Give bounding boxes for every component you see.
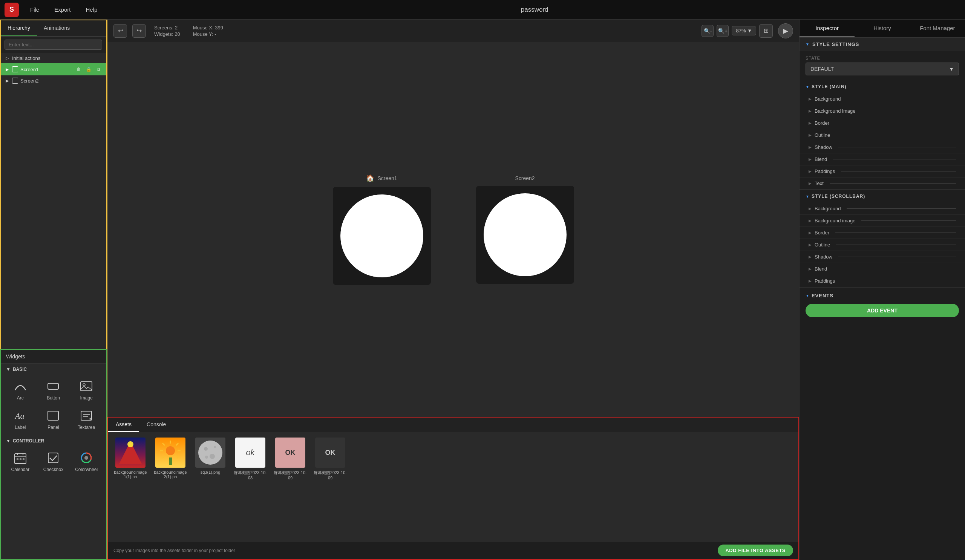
screen2-canvas-name: Screen2 [515, 175, 535, 181]
screen2-label: Screen2 [20, 78, 38, 84]
asset-bg2[interactable]: backgroundimage2(1).pn [154, 438, 187, 479]
sb-bg-image-line [861, 220, 956, 221]
style-item-sb-outline[interactable]: ▶ Outline [800, 239, 965, 251]
style-item-background-image[interactable]: ▶ Background image [800, 105, 965, 117]
style-item-sb-border[interactable]: ▶ Border [800, 227, 965, 239]
events-section: ▼ EVENTS ADD EVENT [800, 287, 965, 323]
style-scrollbar-arrow: ▼ [806, 194, 809, 199]
sb-paddings-line [841, 281, 956, 281]
screen1-lock-btn[interactable]: 🔒 [85, 65, 92, 73]
svg-point-18 [128, 441, 133, 447]
tab-console[interactable]: Console [139, 418, 173, 432]
screen1-actions: 🗑 🔒 ⧉ [75, 65, 102, 73]
tab-font-manager[interactable]: Font Manager [910, 20, 965, 37]
screen1-copy-btn[interactable]: ⧉ [95, 65, 102, 73]
zoom-display[interactable]: 87% ▼ [732, 26, 756, 36]
image-icon [79, 379, 94, 394]
tree-item-screen1[interactable]: ▶ Screen1 🗑 🔒 ⧉ [1, 63, 106, 75]
style-settings-arrow: ▼ [806, 42, 809, 46]
zoom-in-button[interactable]: 🔍+ [716, 25, 729, 37]
style-item-sb-shadow[interactable]: ▶ Shadow [800, 251, 965, 263]
tab-inspector[interactable]: Inspector [800, 20, 855, 37]
style-item-text[interactable]: ▶ Text [800, 178, 965, 189]
style-item-paddings[interactable]: ▶ Paddings [800, 165, 965, 178]
add-asset-button[interactable]: ADD FILE INTO ASSETS [718, 545, 793, 556]
style-item-background[interactable]: ▶ Background [800, 93, 965, 105]
tab-animations[interactable]: Animations [37, 20, 77, 36]
widget-label[interactable]: Aa Label [5, 405, 36, 433]
style-item-sb-blend[interactable]: ▶ Blend [800, 263, 965, 275]
widget-button[interactable]: Button [38, 376, 69, 403]
play-button[interactable]: ▶ [778, 23, 793, 38]
style-main-header[interactable]: ▼ STYLE (MAIN) [800, 80, 965, 93]
widget-checkbox[interactable]: Checkbox [38, 447, 69, 475]
widget-arc[interactable]: Arc [5, 376, 36, 403]
background-label: Background [815, 96, 841, 102]
style-item-blend[interactable]: ▶ Blend [800, 153, 965, 165]
asset-bg1[interactable]: backgroundimage1(1).pn [113, 438, 147, 479]
widget-colorwheel[interactable]: Colorwheel [70, 447, 102, 475]
asset-screenshot1[interactable]: ok 屏幕截图2023-10-08 [233, 438, 267, 480]
style-settings-header[interactable]: ▼ STYLE SETTINGS [800, 38, 965, 51]
label-widget-icon: Aa [13, 408, 28, 423]
style-item-shadow[interactable]: ▶ Shadow [800, 141, 965, 153]
label-widget-label: Label [15, 425, 26, 430]
state-label: STATE [806, 56, 959, 60]
style-scrollbar-header[interactable]: ▼ STYLE (SCROLLBAR) [800, 190, 965, 203]
search-input[interactable] [5, 39, 102, 50]
calendar-label: Calendar [11, 467, 29, 472]
colorwheel-icon [79, 451, 94, 465]
svg-point-15 [84, 456, 88, 460]
style-item-sb-paddings[interactable]: ▶ Paddings [800, 275, 965, 287]
checkbox-icon [46, 451, 61, 465]
style-item-border[interactable]: ▶ Border [800, 117, 965, 129]
app-logo[interactable]: S [5, 3, 19, 17]
tree-item-screen2[interactable]: ▶ Screen2 [1, 75, 106, 86]
widget-panel[interactable]: Panel [38, 405, 69, 433]
screen1-widget[interactable] [333, 187, 431, 285]
undo-button[interactable]: ↩ [113, 24, 127, 38]
style-item-sb-background[interactable]: ▶ Background [800, 203, 965, 215]
zoom-out-button[interactable]: 🔍- [702, 25, 713, 37]
state-section: STATE DEFAULT ▼ [800, 51, 965, 80]
background-line [847, 99, 956, 99]
panel-label: Panel [47, 425, 59, 430]
textarea-label: Textarea [78, 425, 95, 430]
screens-count: Screens: 2 [154, 25, 180, 31]
style-item-sb-background-image[interactable]: ▶ Background image [800, 215, 965, 227]
state-dropdown[interactable]: DEFAULT ▼ [806, 62, 959, 75]
fullscreen-button[interactable]: ⊞ [759, 24, 773, 38]
screen1-delete-btn[interactable]: 🗑 [75, 65, 83, 73]
widgets-section: Widgets ▼ BASIC Arc Button [0, 349, 107, 560]
tab-history[interactable]: History [855, 20, 909, 37]
sb-border-line [835, 232, 956, 233]
sb-bg-line [847, 208, 956, 209]
outline-arrow-icon: ▶ [808, 133, 811, 137]
asset-screenshot3[interactable]: OK 屏幕截图2023-10-09 [313, 438, 347, 480]
menu-export[interactable]: Export [51, 4, 74, 15]
tab-assets[interactable]: Assets [108, 418, 139, 432]
state-value: DEFAULT [810, 66, 834, 72]
canvas-area[interactable]: 🏠 Screen1 Screen2 [108, 42, 799, 417]
screen2-widget[interactable] [476, 186, 574, 284]
asset-sq3[interactable]: sq3(1).png [193, 438, 227, 475]
sb-bg-arrow-icon: ▶ [808, 207, 811, 211]
right-panel: Inspector History Font Manager ▼ STYLE S… [799, 20, 965, 560]
menu-file[interactable]: File [26, 4, 43, 15]
style-item-outline[interactable]: ▶ Outline [800, 129, 965, 141]
bg-image-arrow-icon: ▶ [808, 109, 811, 113]
add-event-button[interactable]: ADD EVENT [806, 304, 959, 317]
tree-item-initial-actions[interactable]: ▷ Initial actions [1, 53, 106, 63]
widget-textarea[interactable]: Textarea [70, 405, 102, 433]
redo-button[interactable]: ↪ [132, 24, 146, 38]
asset-screenshot2[interactable]: OK 屏幕截图2023-10-09 [273, 438, 307, 480]
asset-screenshot2-name: 屏幕截图2023-10-09 [273, 470, 307, 480]
menu-help[interactable]: Help [82, 4, 101, 15]
group-controller-arrow: ▼ [6, 438, 11, 444]
home-icon: 🏠 [366, 174, 374, 183]
widget-image[interactable]: Image [70, 376, 102, 403]
widget-calendar[interactable]: Calendar [5, 447, 36, 475]
events-header[interactable]: ▼ EVENTS [806, 293, 959, 299]
bottom-tabs: Assets Console [108, 418, 798, 432]
tab-hierarchy[interactable]: Hierarchy [1, 20, 37, 36]
